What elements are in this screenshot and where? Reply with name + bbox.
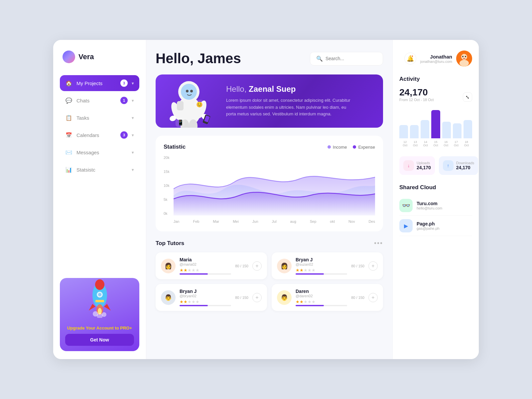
add-tutor-button[interactable]: + [252,293,262,302]
cloud-email: hello@turu.com [417,206,442,210]
user-info: Jonathan jonathan@turu.com [420,54,452,64]
tutor-name: Daren [296,289,347,294]
sidebar-nav: 🏠 My Projects 3 ▾ 💬 Chats 1 ▾ 📋 Tasks ▾ … [60,75,139,179]
progress-bar [296,273,347,275]
tutors-title: Top Tutors [156,240,184,247]
avatar [456,51,472,66]
promo-text: Upgrade Your Account to PRO+ [67,326,132,331]
tutor-card: 👩 Bryan J @suzan02 ★★★★★ 80 / 150 + [272,252,383,279]
sidebar-item-my-projects[interactable]: 🏠 My Projects 3 ▾ [60,75,139,91]
sidebar-item-messages[interactable]: ✉️ Messages ▾ [60,144,139,160]
search-input[interactable] [326,56,377,61]
add-tutor-button[interactable]: + [252,261,262,271]
search-bar[interactable]: 🔍 [310,52,383,66]
bar [399,125,408,138]
svg-point-15 [186,90,189,92]
progress-fill [180,273,208,275]
legend-expense: Expense [353,145,375,150]
promo-box: Upgrade Your Account to PRO+ Get Now [60,278,139,351]
sidebar-item-calendars[interactable]: 📅 Calendars 3 ▾ [60,127,139,143]
cloud-info: Page.ph gas@pahe.ph [417,221,440,230]
tutor-handle: @suzan02 [296,262,347,266]
expand-icon[interactable]: ⤡ [463,92,472,102]
add-tutor-button[interactable]: + [368,261,378,271]
tutor-score: 80 / 150 [351,264,364,268]
svg-point-35 [462,56,464,57]
get-now-button[interactable]: Get Now [65,334,134,346]
cloud-name: Turu.com [417,201,442,206]
tutor-handle: @maria02 [180,262,231,266]
star-rating: ★★★★★ [180,268,231,273]
activity-count-block: 24,170 From 12 Oct - 18 Oct [399,87,434,107]
progress-bar [180,273,231,275]
logo-text: Vera [78,53,94,61]
hero-text: Hello, Zaenal Suep Lorem ipsum dolor sit… [226,84,352,118]
bar-column [453,123,462,138]
logo: Vera [60,51,139,63]
turu-icon: 👓 [399,199,413,212]
sidebar-item-statsistc[interactable]: 📊 Statsistc ▾ [60,162,139,178]
avatar: 👩 [277,259,292,273]
upload-icon: ↓ [403,160,414,171]
expense-dot [353,145,356,149]
bar-date-labels: 12Oct13Oct14Oct15Oct16Oct17Oct18Oct [399,140,472,147]
bar-label: 12Oct [400,140,410,147]
uploads-card: ↓ Uploads 24,170 [399,156,435,175]
uploads-info: Uploads 24,170 [417,161,431,170]
sidebar-item-label: Messages [76,150,128,155]
x-axis: Jan Feb Mar Mei Jun Jul aug Sep okt Nov … [174,219,375,223]
tutors-section: Top Tutors ••• 👩 Maria @maria02 ★★★★★ [156,239,383,311]
sidebar-item-tasks[interactable]: 📋 Tasks ▾ [60,110,139,126]
add-tutor-button[interactable]: + [368,293,378,302]
bar-column [431,110,440,138]
chevron-down-icon: ▾ [132,98,134,103]
tutors-header: Top Tutors ••• [156,239,383,247]
uploads-label: Uploads [417,161,431,165]
tutors-grid: 👩 Maria @maria02 ★★★★★ 80 / 150 + [156,252,383,311]
messages-icon: ✉️ [65,149,72,156]
bar [410,125,419,138]
cloud-name: Page.ph [417,221,440,226]
notification-bell[interactable]: 🔔 [404,53,416,65]
astronaut-illustration: 😊 📱 [156,74,222,128]
search-icon: 🔍 [316,56,323,62]
sidebar-item-label: Statsistc [76,167,128,173]
main-header: Hello, James 🔍 [156,51,383,66]
tasks-icon: 📋 [65,114,72,121]
tutor-score: 80 / 150 [351,296,364,300]
right-panel: 🔔 Jonathan jonathan@turu.com Acti [392,40,479,359]
uploads-downloads-section: ↓ Uploads 24,170 ↑ Downloads 24,170 [399,156,472,175]
chevron-down-icon: ▾ [132,150,134,155]
y-axis: 20k 15k 10k 5k 0k [164,156,170,215]
logo-orb [63,51,75,63]
hero-greeting: Hello, Zaenal Suep [226,84,352,94]
bar-column [421,120,429,138]
svg-point-11 [102,312,106,317]
home-icon: 🏠 [65,79,72,87]
main-content: Hello, James 🔍 [146,40,392,359]
chat-icon: 💬 [65,97,72,104]
star-rating: ★★★★★ [180,299,231,304]
sidebar: Vera 🏠 My Projects 3 ▾ 💬 Chats 1 ▾ 📋 Tas… [53,40,146,359]
tutor-info: Bryan J @bryan02 ★★★★★ [180,289,231,306]
bar-column [410,125,419,138]
tutor-info: Daren @daren02 ★★★★★ [296,289,347,306]
sidebar-item-chats[interactable]: 💬 Chats 1 ▾ [60,92,139,108]
tutor-card: 👩 Maria @maria02 ★★★★★ 80 / 150 + [156,252,267,279]
chevron-down-icon: ▾ [132,167,134,172]
statistic-section: Statistic Income Expense 20k 15k 10 [156,136,383,231]
more-options-button[interactable]: ••• [374,239,383,247]
area-chart [174,156,375,215]
income-dot [328,145,331,149]
tutor-info: Maria @maria02 ★★★★★ [180,257,231,275]
svg-point-34 [460,60,469,66]
nav-badge-calendars: 3 [120,131,128,139]
downloads-label: Downloads [456,161,474,165]
bar [431,110,440,138]
avatar: 👨 [161,290,176,305]
calendar-icon: 📅 [65,131,72,139]
star-rating: ★★★★★ [296,299,347,304]
tutor-score: 80 / 150 [235,264,248,268]
bar [453,123,462,138]
bar-column [464,120,472,138]
